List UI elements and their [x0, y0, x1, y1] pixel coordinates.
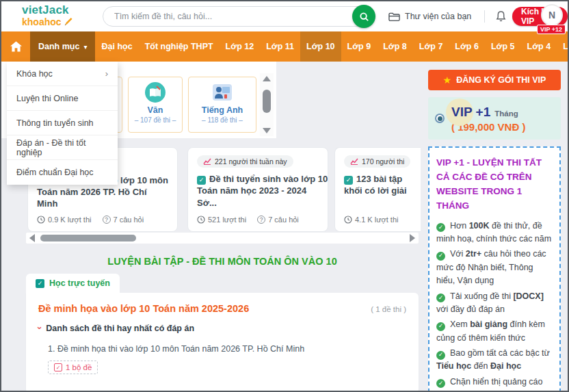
- exam-card-stats: 521 lượt thi ? 7 câu hỏi: [197, 215, 299, 224]
- exam-calendar-icon: ✓: [344, 176, 353, 185]
- clock-icon: [344, 215, 352, 224]
- tab-hoc-truc-tuyen[interactable]: ✓ Học trực tuyến: [26, 274, 120, 293]
- home-button[interactable]: [1, 31, 30, 62]
- vip-benefits-heading: VIP +1 - LUYỆN THI TẤT CẢ CÁC ĐỀ CÓ TRÊN…: [436, 156, 553, 213]
- nav-item-lop-6[interactable]: Lớp 6: [449, 31, 485, 62]
- cards-horizontal-scrollbar[interactable]: [26, 233, 419, 244]
- nav-item-tot-nghiep-thpt[interactable]: Tốt nghiệp THPT: [139, 31, 220, 62]
- menu-item-diem-chuan-dai-hoc[interactable]: Điểm chuẩn Đại học: [7, 160, 118, 185]
- check-circle-icon: ✓: [436, 322, 445, 331]
- scroll-left-arrow-icon[interactable]: [29, 234, 35, 242]
- exam-count-label: ( 1 đề thi ): [371, 305, 406, 313]
- subject-card-tieng-anh[interactable]: Tiếng Anh – 118 đề thi –: [188, 77, 256, 133]
- scroll-down-arrow-icon[interactable]: [263, 128, 271, 133]
- nav-item-lop-11[interactable]: Lớp 11: [260, 31, 300, 62]
- exam-card-stats: 0.9 K lượt thi ? 7 câu hỏi: [37, 215, 144, 224]
- home-icon: [10, 41, 22, 52]
- menu-item-thong-tin-tuyen-sinh[interactable]: Thông tin tuyển sinh: [7, 111, 118, 135]
- exam-card-tuyen-sinh-2023[interactable]: 221 người thi tuần này ✓Đề thi tuyển sin…: [187, 147, 328, 232]
- horizontal-scroll-thumb[interactable]: [40, 235, 136, 241]
- check-circle-icon: ✓: [436, 351, 445, 360]
- submenu-arrow-icon: ›: [105, 68, 108, 79]
- questions-stat: ? 7 câu hỏi: [257, 215, 299, 224]
- vietjack-exam-page: vietJack khoahoc Thư viện của bạn Kích h…: [0, 0, 569, 392]
- nav-item-danh-muc[interactable]: Danh mục ▾: [30, 31, 95, 62]
- exam-card-123-bai-tap[interactable]: 170 người thi ✓123 bài tập khối có lời g…: [334, 147, 421, 232]
- vip-level-badge: VIP +12: [537, 25, 566, 34]
- nav-item-lop-4[interactable]: Lớp 4: [521, 31, 557, 62]
- exam-card-stats: 4.1 K lượt thi: [344, 215, 399, 224]
- attempts-stat: 4.1 K lượt thi: [344, 215, 399, 224]
- subject-vertical-scrollbar[interactable]: [260, 73, 274, 136]
- scroll-right-arrow-icon[interactable]: [410, 234, 415, 242]
- plan-radio-selected[interactable]: [435, 114, 445, 123]
- scroll-up-arrow-icon[interactable]: [263, 76, 271, 81]
- search-input[interactable]: [114, 12, 347, 21]
- search-icon: [359, 12, 369, 22]
- logo-line2: khoahoc: [22, 16, 73, 27]
- question-icon: ?: [257, 215, 265, 224]
- menu-item-dap-an-de-thi[interactable]: Đáp án - Đề thi tốt nghiệp: [7, 135, 118, 160]
- clock-icon: [37, 215, 45, 224]
- english-teacher-icon: [189, 81, 256, 104]
- nav-item-lop-10[interactable]: Lớp 10: [300, 31, 341, 62]
- vertical-scroll-thumb[interactable]: [263, 90, 271, 113]
- main-nav: Danh mục ▾ Đại học Tốt nghiệp THPT Lớp 1…: [1, 31, 568, 62]
- plan-details: VIP +1 Tháng ( 199,000 VNĐ ): [451, 105, 525, 133]
- exam-calendar-icon: ✓: [197, 176, 206, 185]
- chevron-down-icon: ›: [35, 326, 45, 329]
- search-button[interactable]: [352, 5, 375, 28]
- vip-benefit-item: ✓Tải xuống đề thi [DOCX] với đầy đủ đáp …: [436, 290, 553, 317]
- vip-benefit-item: ✓Hơn 100K đề thi thử, đề minh hoạ, chính…: [436, 220, 553, 246]
- notification-bell-icon[interactable]: [495, 10, 507, 25]
- literature-book-icon: [129, 81, 182, 104]
- nav-item-dai-hoc[interactable]: Đại học: [95, 31, 138, 62]
- panel-header: Đề minh họa vào lớp 10 Toán năm 2025-202…: [38, 303, 406, 314]
- register-vip-button[interactable]: ★ ĐĂNG KÝ GÓI THI VIP: [428, 70, 561, 90]
- vip-plan-option[interactable]: VIP +1 Tháng ( 199,000 VNĐ ): [428, 97, 561, 140]
- check-circle-icon: ✓: [436, 252, 445, 261]
- folder-icon: [388, 12, 400, 22]
- vietjack-logo[interactable]: vietJack khoahoc: [22, 4, 73, 27]
- check-circle-icon: ✓: [436, 223, 445, 232]
- question-icon: ?: [103, 215, 111, 224]
- check-circle-icon: ✓: [436, 379, 445, 388]
- subject-card-van[interactable]: Văn – 107 đề thi –: [128, 77, 183, 133]
- vip-benefit-item: ✓Chặn hiển thị quảng cáo tăng khả năng t…: [436, 376, 553, 392]
- library-link[interactable]: Thư viện của bạn: [388, 1, 471, 31]
- logo-line1: vietJack: [22, 4, 73, 16]
- best-exams-toggle[interactable]: › Danh sách đề thi hay nhất có đáp án: [38, 323, 406, 333]
- checkbox-icon: ✓: [36, 279, 44, 288]
- vip-benefits-box: VIP +1 - LUYỆN THI TẤT CẢ CÁC ĐỀ CÓ TRÊN…: [428, 146, 561, 392]
- user-avatar[interactable]: N: [541, 4, 563, 26]
- menu-item-khoa-hoc[interactable]: Khóa học ›: [7, 62, 118, 86]
- attempts-stat: 0.9 K lượt thi: [37, 215, 92, 224]
- horizontal-scroll-track[interactable]: [35, 233, 410, 244]
- clock-icon: [197, 215, 205, 224]
- weekly-takers-badge: 221 người thi tuần này: [197, 155, 293, 168]
- panel-title-link[interactable]: Đề minh họa vào lớp 10 Toán năm 2025-202…: [38, 303, 249, 314]
- nav-item-lop-8[interactable]: Lớp 8: [377, 31, 413, 62]
- chart-icon: [350, 158, 358, 165]
- exam-card-title: ✓Đề thi tuyển sinh vào lớp 10 Toán năm h…: [197, 173, 319, 209]
- questions-stat: ? 7 câu hỏi: [103, 215, 144, 224]
- vip-benefit-item: ✓Bao gồm tất cả các bậc từ Tiểu học đến …: [436, 347, 553, 374]
- section-heading: LUYỆN BÀI TẬP - ĐỀ THI MÔN TOÁN ÔN VÀO 1…: [26, 256, 419, 267]
- nav-item-lop-9[interactable]: Lớp 9: [341, 31, 378, 62]
- exam-set-badge[interactable]: ✓ 1 bộ đề: [48, 361, 98, 374]
- nav-item-lop-5[interactable]: Lớp 5: [485, 31, 521, 62]
- calendar-check-icon: ✓: [54, 363, 62, 371]
- vip-benefit-item: ✓Với 2tr+ câu hỏi theo các mức độ Nhận b…: [436, 248, 553, 287]
- nav-item-lop-12[interactable]: Lớp 12: [220, 31, 261, 62]
- nav-item-lop-truncated[interactable]: Lớp: [557, 31, 568, 62]
- attempts-stat: 521 lượt thi: [197, 215, 246, 224]
- library-label: Thư viện của bạn: [405, 12, 471, 21]
- nav-item-lop-7[interactable]: Lớp 7: [413, 31, 449, 62]
- menu-item-luyen-thi-online[interactable]: Luyện thi Online: [7, 86, 118, 111]
- exam-card-title: ✓123 bài tập khối có lời giải: [344, 173, 412, 197]
- star-icon: ★: [443, 75, 452, 86]
- caret-down-icon: ▾: [83, 43, 87, 51]
- plan-name: VIP +1: [451, 105, 490, 120]
- exam-list-item[interactable]: 1. Đề minh họa thi vào lớp 10 môn Toán n…: [48, 344, 406, 354]
- vip-benefit-item: ✓Xem bài giảng đính kèm củng cố thêm kiế…: [436, 318, 553, 345]
